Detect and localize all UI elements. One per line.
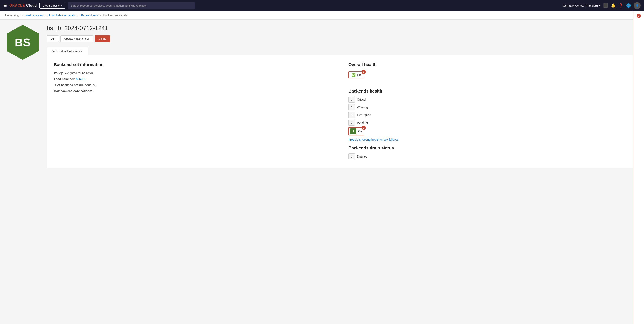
- health-row-ok: 3 OK 2: [348, 127, 630, 135]
- globe-icon[interactable]: 🌐: [626, 3, 631, 8]
- left-column: Backend set information Policy: Weighted…: [54, 62, 336, 161]
- pending-count: 0: [348, 120, 355, 126]
- warning-label: Warning: [357, 106, 368, 109]
- drained-value: 0%: [92, 83, 96, 87]
- sidebar-badge-container: 3: [636, 14, 641, 20]
- hamburger-menu-icon[interactable]: ☰: [4, 3, 7, 8]
- content-panel: Backend set information Policy: Weighted…: [47, 56, 637, 168]
- page-title: bs_lb_2024-0712-1241: [47, 25, 637, 32]
- region-label: Germany Central (Frankfurt): [563, 4, 598, 7]
- delete-button[interactable]: Delete: [95, 35, 110, 42]
- breadcrumb-load-balancer-details[interactable]: Load balancer details: [49, 14, 76, 17]
- health-row-pending: 0 Pending: [348, 120, 630, 126]
- drained-count: 0: [348, 153, 355, 159]
- critical-count: 0: [348, 97, 355, 103]
- overall-health-status: OK: [357, 73, 361, 77]
- breadcrumb-sep-2: »: [46, 14, 47, 17]
- user-avatar[interactable]: 👤: [634, 2, 640, 9]
- max-connections-value: -: [93, 89, 94, 93]
- breadcrumb-backend-sets[interactable]: Backend sets: [81, 14, 98, 17]
- load-balancer-link[interactable]: hub-LB: [76, 77, 86, 81]
- troubleshoot-link[interactable]: Trouble shooting health check failures: [348, 138, 630, 141]
- health-row-warning: 0 Warning: [348, 104, 630, 110]
- search-input[interactable]: [68, 2, 196, 9]
- overall-health-section: ✅ OK 1: [348, 71, 630, 84]
- incomplete-label: Incomplete: [357, 113, 372, 117]
- drained-label: % of backend set drained:: [54, 83, 91, 87]
- update-health-check-button[interactable]: Update health check: [60, 35, 93, 42]
- page-header: BS bs_lb_2024-0712-1241 Edit Update heal…: [7, 25, 637, 168]
- nav-right-section: Germany Central (Frankfurt) ▾ ⬛ 🔔 ❓ 🌐 👤: [563, 2, 640, 9]
- health-row-critical: 0 Critical: [348, 97, 630, 103]
- load-balancer-label: Load balancer:: [54, 77, 75, 81]
- warning-count: 0: [348, 104, 355, 110]
- breadcrumb-sep-3: »: [78, 14, 79, 17]
- max-connections-label: Max backend connections:: [54, 89, 92, 93]
- right-sidebar: 3: [633, 11, 644, 324]
- policy-label: Policy:: [54, 71, 64, 75]
- critical-label: Critical: [357, 98, 366, 101]
- bell-icon[interactable]: 🔔: [611, 3, 616, 8]
- ok-health-container: 3 OK 2: [348, 127, 364, 135]
- cloud-classic-button[interactable]: Cloud Classic >: [40, 3, 65, 9]
- breadcrumb-current: Backend set details: [104, 14, 128, 17]
- right-column: Overall health ✅ OK 1 Backends health: [348, 62, 630, 161]
- sidebar-annotation-badge-3: 3: [636, 14, 641, 18]
- ok-label: OK: [358, 130, 362, 133]
- region-selector[interactable]: Germany Central (Frankfurt) ▾: [563, 4, 600, 7]
- overall-health-title: Overall health: [348, 62, 630, 67]
- hexagon-icon: BS: [7, 25, 41, 63]
- drained-status-label: Drained: [357, 155, 367, 158]
- drained-health-row: 0 Drained: [348, 153, 630, 159]
- oracle-logo: ORACLE Cloud: [9, 4, 37, 8]
- tabs: Backend set information: [47, 47, 637, 56]
- breadcrumb: Networking » Load balancers » Load balan…: [0, 11, 644, 20]
- breadcrumb-sep-4: »: [100, 14, 101, 17]
- breadcrumb-load-balancers[interactable]: Load balancers: [25, 14, 44, 17]
- help-icon[interactable]: ❓: [618, 3, 623, 8]
- incomplete-count: 0: [348, 112, 355, 118]
- health-row-incomplete: 0 Incomplete: [348, 112, 630, 118]
- action-buttons: Edit Update health check Delete: [47, 35, 637, 42]
- terminal-icon[interactable]: ⬛: [603, 3, 608, 8]
- main-content: BS bs_lb_2024-0712-1241 Edit Update heal…: [0, 20, 644, 322]
- ok-count: 3: [350, 128, 356, 134]
- hexagon-shape: BS: [7, 25, 39, 60]
- overall-health-badge: ✅ OK 1: [348, 71, 364, 79]
- ok-health-badge: 3 OK 2: [348, 127, 364, 135]
- metrics-section: 20 metrics: [0, 322, 644, 324]
- backend-set-info-title: Backend set information: [54, 62, 336, 67]
- backends-health-title: Backends health: [348, 89, 630, 94]
- header-info: bs_lb_2024-0712-1241 Edit Update health …: [47, 25, 637, 168]
- breadcrumb-sep-1: »: [21, 14, 22, 17]
- policy-row: Policy: Weighted round robin: [54, 71, 336, 75]
- annotation-badge-1: 1: [362, 70, 366, 74]
- hexagon-initials: BS: [15, 36, 31, 49]
- breadcrumb-networking: Networking: [5, 14, 19, 17]
- annotation-badge-2: 2: [362, 126, 366, 130]
- two-column-layout: Backend set information Policy: Weighted…: [54, 62, 630, 161]
- policy-value: Weighted round robin: [64, 71, 93, 75]
- chevron-down-icon: ▾: [599, 4, 600, 7]
- edit-button[interactable]: Edit: [47, 35, 59, 42]
- max-connections-row: Max backend connections: -: [54, 89, 336, 93]
- drained-row: % of backend set drained: 0%: [54, 83, 336, 87]
- checkmark-icon: ✅: [352, 73, 356, 77]
- pending-label: Pending: [357, 121, 368, 124]
- top-navigation: ☰ ORACLE Cloud Cloud Classic > Germany C…: [0, 0, 644, 11]
- drain-status-title: Backends drain status: [348, 146, 630, 150]
- load-balancer-row: Load balancer: hub-LB: [54, 77, 336, 81]
- tab-backend-set-info[interactable]: Backend set information: [47, 47, 88, 56]
